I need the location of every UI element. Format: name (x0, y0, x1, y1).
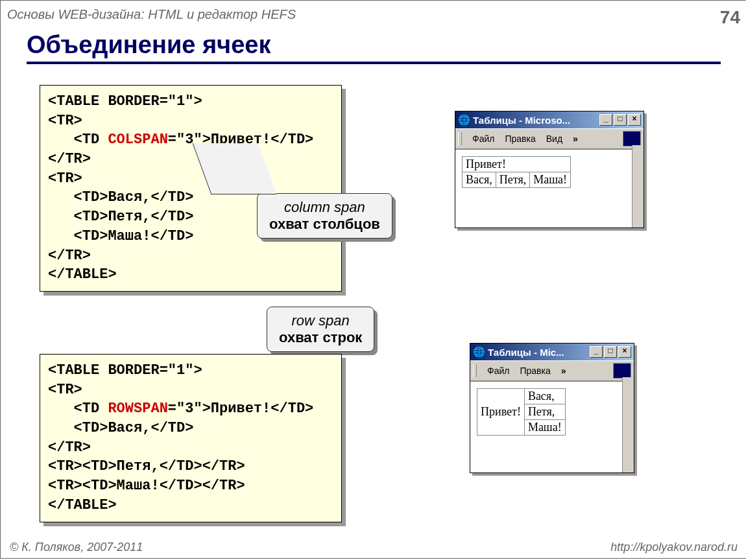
code-line: </TABLE> (48, 496, 333, 515)
browser-window-rowspan: 🌐 Таблицы - Mic... _ □ × Файл Правка » П… (470, 343, 634, 473)
maximize-button[interactable]: □ (614, 114, 627, 126)
code-line: <TR> (48, 380, 333, 400)
code-line: <TR><TD>Маша!</TD></TR> (48, 476, 333, 496)
table-cell: Привет! (463, 157, 571, 172)
table-cell: Маша! (530, 172, 571, 188)
callout-line2: охват строк (279, 329, 362, 346)
window-client-area: Привет! Вася, Петя, Маша! (455, 149, 644, 228)
code-line: </TR> (48, 438, 333, 458)
table-cell: Петя, (524, 404, 565, 420)
minimize-button[interactable]: _ (599, 114, 612, 126)
menu-file[interactable]: Файл (468, 134, 498, 144)
table-cell: Вася, (524, 389, 565, 404)
ie-icon: 🌐 (458, 114, 470, 126)
toolbar-grip (458, 132, 462, 145)
code-line: <TABLE BORDER="1"> (48, 92, 333, 111)
close-button[interactable]: × (618, 346, 631, 358)
scrollbar[interactable] (632, 145, 644, 228)
callout-line2: охват столбцов (269, 216, 380, 233)
window-menubar: Файл Правка » (470, 360, 634, 381)
footer-url: http://kpolyakov.narod.ru (610, 541, 738, 554)
code-line: <TABLE BORDER="1"> (48, 361, 333, 380)
menu-edit[interactable]: Правка (501, 134, 539, 144)
menu-chevron[interactable]: » (569, 134, 582, 144)
colspan-keyword: COLSPAN (108, 132, 167, 148)
window-title: Таблицы - Mic... (488, 347, 564, 358)
course-title: Основы WEB-дизайна: HTML и редактор HEFS (7, 7, 296, 22)
preview-table: Привет! Вася, Петя, Маша! (477, 388, 566, 436)
menu-chevron[interactable]: » (557, 366, 570, 376)
menu-file[interactable]: Файл (483, 366, 513, 376)
browser-window-colspan: 🌐 Таблицы - Microso... _ □ × Файл Правка… (455, 111, 644, 228)
preview-table: Привет! Вася, Петя, Маша! (462, 156, 571, 188)
toolbar-grip (473, 364, 477, 377)
table-cell: Привет! (477, 389, 525, 436)
window-client-area: Привет! Вася, Петя, Маша! (470, 381, 634, 472)
page-number: 74 (720, 7, 740, 28)
minimize-button[interactable]: _ (590, 346, 603, 358)
window-title: Таблицы - Microso... (473, 115, 570, 126)
slide-title: Объединение ячеек (27, 31, 740, 60)
close-button[interactable]: × (628, 114, 641, 126)
ie-icon: 🌐 (473, 346, 485, 358)
table-cell: Маша! (524, 420, 565, 436)
table-cell: Вася, (463, 172, 496, 188)
rowspan-keyword: ROWSPAN (108, 401, 167, 417)
callout-column-span: column span охват столбцов (257, 193, 392, 239)
ie-throbber-icon (623, 131, 641, 146)
code-block-rowspan: <TABLE BORDER="1"> <TR> <TD ROWSPAN="3">… (40, 354, 342, 522)
code-line: <TD ROWSPAN="3">Привет!</TD> (48, 399, 333, 419)
menu-view[interactable]: Вид (542, 134, 566, 144)
code-line: <TD COLSPAN="3">Привет!</TD> (48, 130, 333, 150)
maximize-button[interactable]: □ (604, 346, 617, 358)
code-line: <TR> (48, 111, 333, 131)
code-line: </TR> (48, 246, 333, 266)
window-titlebar: 🌐 Таблицы - Mic... _ □ × (470, 344, 634, 360)
callout-line1: column span (269, 199, 380, 216)
code-line: <TD>Вася,</TD> (48, 419, 333, 438)
code-line: </TABLE> (48, 265, 333, 285)
copyright: © К. Поляков, 2007-2011 (10, 541, 143, 554)
title-underline (27, 62, 721, 64)
callout-row-span: row span охват строк (267, 307, 374, 352)
window-titlebar: 🌐 Таблицы - Microso... _ □ × (455, 111, 644, 128)
code-block-colspan: <TABLE BORDER="1"> <TR> <TD COLSPAN="3">… (40, 85, 342, 292)
window-menubar: Файл Правка Вид » (455, 128, 644, 149)
code-line: </TR> (48, 150, 333, 169)
menu-edit[interactable]: Правка (516, 366, 554, 376)
ie-throbber-icon (613, 363, 631, 379)
code-line: <TR> (48, 169, 333, 189)
scrollbar[interactable] (622, 377, 634, 472)
code-line: <TR><TD>Петя,</TD></TR> (48, 457, 333, 476)
callout-line1: row span (279, 312, 362, 329)
table-cell: Петя, (496, 172, 529, 188)
